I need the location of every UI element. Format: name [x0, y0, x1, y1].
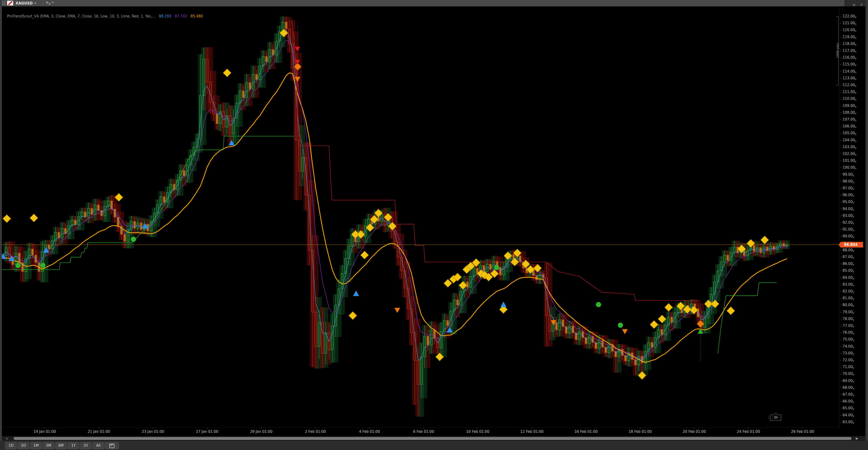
price-tick-label: 95.000	[843, 200, 854, 204]
candle-body	[331, 326, 334, 350]
scroll-right-icon[interactable]: ▶	[856, 437, 858, 440]
candle-body	[299, 140, 301, 171]
candle-body	[430, 330, 432, 345]
time-axis[interactable]: 19 Jan 01:0021 Jan 01:0023 Jan 01:0027 J…	[2, 427, 839, 436]
price-tick-label: 111.000	[843, 90, 856, 94]
trend-dot-icon	[16, 263, 21, 268]
candle-body	[127, 230, 129, 241]
price-tick-label: 70.000	[843, 371, 854, 376]
candle-body	[499, 268, 501, 275]
header-right-corner	[844, 0, 867, 6]
price-tick-label: 104.000	[843, 138, 856, 143]
drag-handle-icon[interactable]	[2, 1, 5, 6]
candle-body	[288, 29, 291, 44]
candle-body	[167, 192, 169, 202]
candle-body	[302, 157, 304, 171]
candle-body	[321, 322, 323, 353]
candle-body	[315, 312, 317, 347]
time-tick-label: 19 Jan 01:00	[34, 429, 56, 434]
price-tick-label: 105.000	[843, 131, 856, 136]
timeframe-selector[interactable]: h4▼	[46, 1, 54, 5]
candle-body	[401, 257, 403, 271]
exit-signal-triangle-icon	[622, 329, 628, 334]
time-tick-label: 18 Feb 01:00	[629, 429, 652, 434]
candle-body	[460, 292, 462, 305]
candle-body	[450, 311, 452, 326]
candle-body	[717, 271, 719, 282]
time-tick-label: 23 Jan 01:00	[142, 429, 164, 434]
range-button-1m[interactable]: 1M	[30, 442, 42, 449]
price-tick-label: 107.000	[843, 117, 856, 122]
time-tick-label: 26 Feb 01:00	[791, 429, 814, 434]
chart-window: { "header": { "symbol": "XAGUSD", "timef…	[0, 0, 868, 450]
price-tick-label: 94.000	[843, 207, 854, 211]
candle-body	[163, 197, 165, 202]
symbol-label: XAGUSD	[16, 1, 33, 5]
candle-body	[246, 83, 248, 97]
bar-countdown-badge[interactable]: 3h	[770, 415, 781, 421]
candle-body	[351, 235, 353, 246]
trend-dot-icon	[40, 263, 45, 268]
candle-body	[101, 210, 103, 216]
exit-signal-triangle-icon	[395, 308, 400, 313]
price-tick-label: 93.000	[843, 214, 854, 218]
price-tick-label: 69.000	[843, 379, 854, 383]
custom-period-button[interactable]	[105, 442, 119, 449]
candle-body	[94, 205, 96, 214]
close-icon[interactable]: ✕	[860, 3, 863, 6]
price-tick-label: 114.000	[843, 69, 856, 74]
range-button-1d[interactable]: 1D	[5, 442, 17, 449]
candle-body	[325, 333, 327, 354]
range-button-5y[interactable]: 5Y	[80, 442, 92, 449]
horizontal-scrollbar[interactable]: ◀ ▶	[2, 436, 865, 441]
time-tick-label: 16 Feb 01:00	[575, 429, 597, 434]
popout-icon[interactable]: ⧉	[853, 3, 855, 6]
range-button-all[interactable]: All	[93, 442, 104, 449]
candle-body	[305, 157, 307, 196]
scroll-left-icon[interactable]: ◀	[5, 437, 7, 440]
symbol-selector[interactable]: XAGUSD▼	[16, 1, 36, 5]
price-tick-label: 100.000	[843, 165, 856, 170]
chevron-down-icon: ▼	[34, 2, 36, 4]
price-axis[interactable]: 122.000121.000120.000119.000118.000117.0…	[839, 6, 865, 427]
lime-trail-line	[718, 282, 777, 354]
range-button-6m[interactable]: 6M	[55, 442, 67, 449]
scrollbar-thumb[interactable]	[14, 437, 851, 440]
candlestick-canvas[interactable]	[2, 6, 839, 427]
candle-body	[569, 326, 571, 333]
calendar-icon	[110, 444, 114, 448]
range-button-1y[interactable]: 1Y	[67, 442, 79, 449]
candle-body	[199, 96, 202, 139]
time-tick-label: 10 Feb 01:00	[466, 429, 489, 434]
timeframe-letter: h	[46, 1, 48, 4]
chevron-down-icon: ▼	[52, 1, 54, 4]
price-tick-label: 84.000	[843, 275, 854, 280]
countdown-label: 3h	[774, 416, 778, 419]
price-tick-label: 78.000	[843, 317, 854, 321]
candle-body	[470, 276, 472, 288]
price-tick-label: 98.000	[843, 179, 854, 184]
time-tick-label: 24 Feb 01:00	[737, 429, 760, 434]
price-tick-label: 79.000	[843, 310, 854, 314]
range-button-5d[interactable]: 5D	[18, 442, 29, 449]
candle-body	[104, 206, 106, 216]
price-tick-label: 112.000	[843, 83, 856, 87]
candle-body	[232, 118, 235, 134]
candle-body	[81, 212, 83, 216]
candle-body	[756, 247, 758, 252]
candle-body	[579, 331, 581, 339]
candle-body	[318, 322, 320, 347]
price-tick-label: 96.000	[843, 193, 854, 197]
candle-body	[193, 147, 195, 155]
range-button-3m[interactable]: 3M	[42, 442, 54, 449]
instrument-logo-icon	[7, 1, 13, 5]
price-tick-label: 88.000	[843, 248, 854, 252]
candle-body	[114, 209, 116, 217]
candle-body	[266, 56, 268, 62]
candle-body	[61, 228, 63, 238]
candle-body	[15, 253, 17, 265]
price-tick-label: 103.000	[843, 145, 856, 149]
chart-plot-area[interactable]: ProTrendScout_V4 (EMA, 3, Close, EMA, 7,…	[2, 6, 865, 436]
price-tick-label: 119.000	[843, 35, 856, 39]
current-price-tag: 88.804	[839, 242, 863, 247]
